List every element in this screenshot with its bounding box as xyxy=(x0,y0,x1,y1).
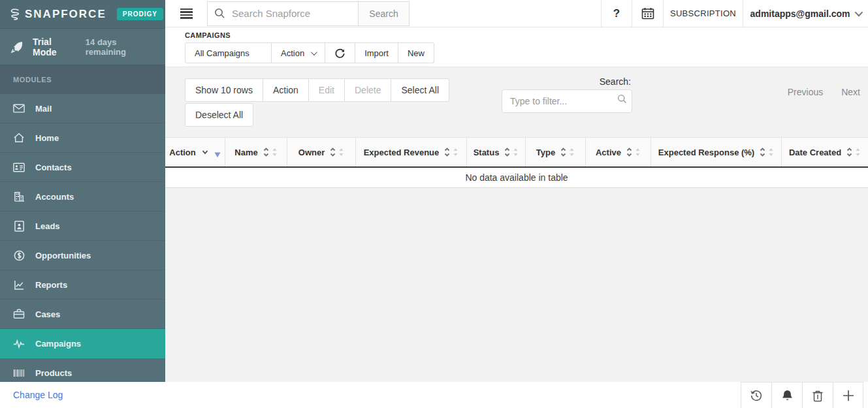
column-header-status[interactable]: Status xyxy=(467,138,526,166)
table-empty-message: No data available in table xyxy=(165,168,868,188)
app-logo[interactable]: SNAPFORCE PRODIGY xyxy=(0,0,165,29)
sidebar: SNAPFORCE PRODIGY Trial Mode 14 days rem… xyxy=(0,0,165,382)
global-search: Search xyxy=(207,1,410,25)
topbar-right: ? SUBSCRIPTION admitapps@gmail.com xyxy=(601,0,868,27)
plus-icon xyxy=(842,389,855,402)
topbar: Search ? SUBSCRIPTION admitapps@gmail.co… xyxy=(165,0,868,27)
chevron-down-icon xyxy=(311,49,317,55)
home-icon xyxy=(13,132,25,144)
table-action-button[interactable]: Action xyxy=(263,78,309,102)
module-button-group: All Campaigns Action Import New xyxy=(185,42,434,63)
delete-button[interactable]: Delete xyxy=(345,78,391,102)
filter-search-icon xyxy=(617,94,627,104)
main-area: Search ? SUBSCRIPTION admitapps@gmail.co… xyxy=(165,0,868,382)
account-menu[interactable]: admitapps@gmail.com xyxy=(743,0,868,27)
previous-page-button[interactable]: Previous xyxy=(779,87,832,97)
column-header-date-created[interactable]: Date Created xyxy=(782,138,868,166)
edit-button[interactable]: Edit xyxy=(309,78,345,102)
sidebar-item-products[interactable]: Products xyxy=(0,358,165,382)
sidebar-item-label: Cases xyxy=(35,309,60,319)
global-search-button[interactable]: Search xyxy=(359,1,410,26)
trial-mode-banner: Trial Mode 14 days remaining xyxy=(0,29,165,65)
sidebar-item-label: Leads xyxy=(35,221,60,231)
sidebar-item-campaigns[interactable]: Campaigns xyxy=(0,329,165,358)
sidebar-item-label: Accounts xyxy=(35,192,74,202)
app-window: SNAPFORCE PRODIGY Trial Mode 14 days rem… xyxy=(0,0,868,408)
sidebar-item-label: Campaigns xyxy=(35,339,81,349)
module-toolbar: CAMPAIGNS All Campaigns Action Import Ne… xyxy=(165,27,868,67)
module-action-button[interactable]: Action xyxy=(272,42,325,63)
column-header-action[interactable]: Action xyxy=(165,138,225,166)
sidebar-item-label: Opportunities xyxy=(35,251,91,260)
dollar-circle-icon xyxy=(13,249,25,261)
trial-mode-label: Trial Mode xyxy=(33,37,75,57)
view-selector-button[interactable]: All Campaigns xyxy=(185,42,272,63)
column-header-type[interactable]: Type xyxy=(526,138,586,166)
sidebar-item-label: Contacts xyxy=(35,163,72,172)
modules-section-label: MODULES xyxy=(0,65,165,94)
menu-icon[interactable] xyxy=(165,0,207,27)
snapforce-logo-icon xyxy=(9,8,21,21)
sidebar-item-cases[interactable]: Cases xyxy=(0,300,165,329)
account-email: admitapps@gmail.com xyxy=(750,8,850,19)
change-log-link[interactable]: Change Log xyxy=(13,390,63,400)
sort-icons xyxy=(846,147,861,157)
building-icon xyxy=(13,191,25,202)
refresh-icon xyxy=(334,48,346,59)
calendar-button[interactable] xyxy=(632,0,663,27)
sidebar-item-mail[interactable]: Mail xyxy=(0,94,165,123)
chevron-down-icon xyxy=(201,148,209,156)
calendar-icon xyxy=(641,7,654,20)
table-controls: Show 10 rows Action Edit Delete Select A… xyxy=(165,67,868,137)
import-button[interactable]: Import xyxy=(355,42,398,63)
sidebar-item-label: Products xyxy=(35,368,72,378)
column-header-expected-response[interactable]: Expected Response (%) xyxy=(651,138,782,166)
chart-icon xyxy=(13,279,25,290)
sidebar-item-home[interactable]: Home xyxy=(0,123,165,153)
lead-document-icon xyxy=(13,220,25,232)
pagination: Previous Next xyxy=(779,87,868,97)
sidebar-item-label: Home xyxy=(35,133,59,143)
app-logo-text: SNAPFORCE xyxy=(25,8,106,21)
next-page-button[interactable]: Next xyxy=(832,87,868,97)
history-icon xyxy=(750,389,763,402)
select-all-button[interactable]: Select All xyxy=(391,78,449,102)
trial-days-remaining: 14 days remaining xyxy=(86,37,155,57)
table-filter: Search: xyxy=(502,76,632,113)
table-filter-input[interactable] xyxy=(502,89,632,113)
sidebar-item-accounts[interactable]: Accounts xyxy=(0,182,165,212)
trash-button[interactable] xyxy=(802,383,833,408)
sidebar-nav: Mail Home Contacts Accounts xyxy=(0,94,165,382)
column-header-active[interactable]: Active xyxy=(586,138,651,166)
deselect-all-button[interactable]: Deselect All xyxy=(185,103,253,127)
sort-icons xyxy=(560,147,575,157)
sidebar-item-label: Reports xyxy=(35,280,67,290)
mail-icon xyxy=(13,102,25,114)
campaign-pulse-icon xyxy=(13,337,25,349)
sort-icons xyxy=(444,147,458,157)
barcode-icon xyxy=(13,367,25,379)
refresh-button[interactable] xyxy=(325,42,355,63)
sort-icons xyxy=(330,147,344,157)
sidebar-item-reports[interactable]: Reports xyxy=(0,270,165,300)
sidebar-item-contacts[interactable]: Contacts xyxy=(0,153,165,182)
column-header-name[interactable]: Name xyxy=(225,138,287,166)
sidebar-item-opportunities[interactable]: Opportunities xyxy=(0,241,165,270)
sidebar-item-leads[interactable]: Leads xyxy=(0,212,165,241)
new-button[interactable]: New xyxy=(398,42,434,63)
contact-card-icon xyxy=(13,161,25,173)
column-header-owner[interactable]: Owner xyxy=(287,138,356,166)
prodigy-badge: PRODIGY xyxy=(117,8,163,20)
help-button[interactable]: ? xyxy=(601,0,632,27)
show-rows-button[interactable]: Show 10 rows xyxy=(185,78,263,102)
subscription-link[interactable]: SUBSCRIPTION xyxy=(663,0,743,27)
sort-active-icon xyxy=(214,149,221,159)
global-search-input[interactable] xyxy=(232,8,351,19)
notifications-button[interactable] xyxy=(771,383,802,408)
column-header-expected-revenue[interactable]: Expected Revenue xyxy=(356,138,467,166)
sort-icons xyxy=(760,147,774,157)
add-button[interactable] xyxy=(833,383,863,408)
content-area: Show 10 rows Action Edit Delete Select A… xyxy=(165,67,868,382)
history-button[interactable] xyxy=(741,383,771,408)
rocket-icon xyxy=(10,40,24,54)
